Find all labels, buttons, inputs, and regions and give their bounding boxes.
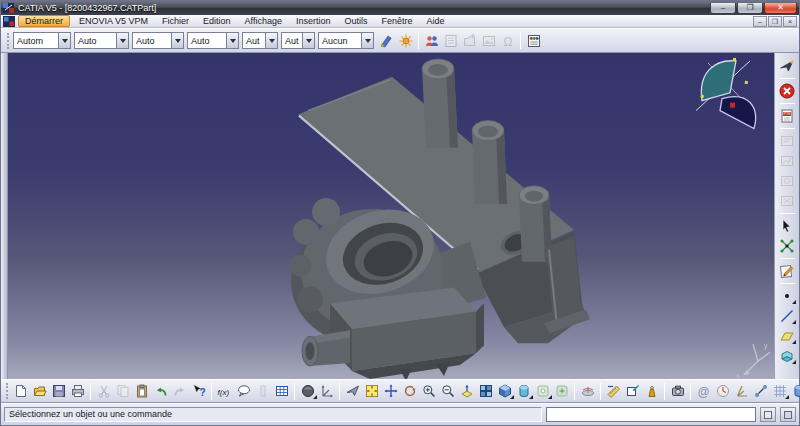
quick-print-icon[interactable] <box>669 382 687 400</box>
pts-document-icon[interactable]: PTS <box>778 107 796 125</box>
sketcher-icon[interactable] <box>778 262 796 280</box>
render-style-dropdown[interactable]: Aut <box>281 32 315 49</box>
svg-text:Ω: Ω <box>503 34 512 48</box>
menu-edition[interactable]: Edition <box>196 15 238 27</box>
graphic-properties-wizard-icon[interactable] <box>378 32 396 50</box>
rotate-icon[interactable] <box>401 382 419 400</box>
fit-all-in-icon[interactable] <box>363 382 381 400</box>
fly-icon[interactable] <box>344 382 362 400</box>
fly-mode-icon[interactable] <box>778 57 796 75</box>
placeholder-1-icon[interactable] <box>778 132 796 150</box>
whats-this-icon[interactable]: ? <box>190 382 208 400</box>
check-icon[interactable] <box>254 382 272 400</box>
redo-icon[interactable] <box>171 382 189 400</box>
paste-icon[interactable] <box>133 382 151 400</box>
normal-view-icon[interactable] <box>458 382 476 400</box>
exit-workbench-icon[interactable] <box>778 82 796 100</box>
turntable-icon[interactable] <box>579 382 597 400</box>
design-table-icon[interactable] <box>273 382 291 400</box>
grid-icon[interactable] <box>771 382 789 400</box>
placeholder-4-icon[interactable] <box>778 192 796 210</box>
menu-insertion[interactable]: Insertion <box>289 15 338 27</box>
menu-affichage[interactable]: Affichage <box>238 15 289 27</box>
command-history-button[interactable] <box>760 407 776 422</box>
annotation-icon[interactable] <box>235 382 253 400</box>
image-capture-icon[interactable] <box>480 32 498 50</box>
point-icon[interactable] <box>778 287 796 305</box>
placeholder-2-icon[interactable] <box>778 152 796 170</box>
layer-dropdown[interactable]: Aucun <box>318 32 374 49</box>
select-cursor-icon[interactable] <box>778 217 796 235</box>
cut-icon[interactable] <box>95 382 113 400</box>
compass[interactable]: z <box>696 58 756 129</box>
child-restore-button[interactable]: ❐ <box>768 16 782 27</box>
constraints-icon[interactable] <box>752 382 770 400</box>
catalog-browser-icon[interactable] <box>525 32 543 50</box>
fill-color-dropdown[interactable]: Autom <box>13 32 71 49</box>
child-minimize-button[interactable]: – <box>753 16 767 27</box>
titlebar[interactable]: CATIA V5 - [8200432967.CATPart] – ❐ ✕ <box>1 1 799 15</box>
menu-aide[interactable]: Aide <box>420 15 452 27</box>
zoom-out-icon[interactable] <box>439 382 457 400</box>
print-icon[interactable] <box>69 382 87 400</box>
toolbar-grip[interactable] <box>7 33 10 49</box>
menu-demarrer[interactable]: Démarrer <box>18 15 70 27</box>
menu-fenetre[interactable]: Fenêtre <box>375 15 420 27</box>
measure-inertia-icon[interactable] <box>643 382 661 400</box>
properties-sheet-icon[interactable] <box>442 32 460 50</box>
viewport-3d[interactable]: z x y <box>8 53 774 379</box>
formula-icon[interactable]: f(x) <box>216 382 234 400</box>
doc-window-button[interactable] <box>780 407 796 422</box>
multi-view-icon[interactable] <box>477 382 495 400</box>
hide-show-icon[interactable] <box>534 382 552 400</box>
apply-material-icon[interactable] <box>299 382 317 400</box>
close-button[interactable]: ✕ <box>764 3 797 14</box>
team-pdm-icon[interactable] <box>423 32 441 50</box>
open-icon[interactable] <box>31 382 49 400</box>
axis-systems-icon[interactable] <box>318 382 336 400</box>
placeholder-3-icon[interactable] <box>778 172 796 190</box>
swap-visible-icon[interactable] <box>553 382 571 400</box>
child-close-button[interactable]: × <box>783 16 797 27</box>
menu-outils[interactable]: Outils <box>338 15 375 27</box>
save-icon[interactable] <box>50 382 68 400</box>
catia-window: CATIA V5 - [8200432967.CATPart] – ❐ ✕ Dé… <box>0 0 800 426</box>
line-width-dropdown[interactable]: Auto <box>187 32 239 49</box>
exchange-icon[interactable] <box>790 382 800 400</box>
multi-result-icon[interactable] <box>778 237 796 255</box>
line-icon[interactable] <box>778 307 796 325</box>
measure-item-icon[interactable] <box>624 382 642 400</box>
open-in-enovia-icon[interactable] <box>461 32 479 50</box>
svg-text:f(x): f(x) <box>217 388 229 397</box>
axis-triad: x y <box>736 342 770 379</box>
shading-icon[interactable] <box>515 382 533 400</box>
undo-icon[interactable] <box>152 382 170 400</box>
menu-enovia-v5-vpm[interactable]: ENOVIA V5 VPM <box>72 15 155 27</box>
toolbar-grip[interactable] <box>6 383 8 399</box>
maximize-button[interactable]: ❐ <box>737 3 763 14</box>
omega-icon[interactable]: Ω <box>499 32 517 50</box>
spiral-icon[interactable]: @ <box>695 382 713 400</box>
new-document-icon[interactable] <box>12 382 30 400</box>
compass-origin-handle[interactable] <box>730 103 735 108</box>
pad-icon[interactable] <box>778 347 796 365</box>
clock-icon[interactable] <box>714 382 732 400</box>
light-sources-icon[interactable] <box>397 32 415 50</box>
axis-system-icon[interactable] <box>733 382 751 400</box>
copy-icon[interactable] <box>114 382 132 400</box>
pan-icon[interactable] <box>382 382 400 400</box>
graphic-properties-toolbar: Autom Auto Auto Auto Aut Aut Aucun Ω <box>1 28 799 53</box>
zoom-in-icon[interactable] <box>420 382 438 400</box>
point-symbol-dropdown[interactable]: Aut <box>242 32 278 49</box>
menu-fichier[interactable]: Fichier <box>155 15 196 27</box>
main-area: z x y PTS <box>1 53 799 379</box>
minimize-button[interactable]: – <box>710 3 736 14</box>
statusbar: Sélectionnez un objet ou une commande <box>1 403 799 425</box>
part-model[interactable] <box>289 59 590 379</box>
line-type-dropdown[interactable]: Auto <box>132 32 184 49</box>
iso-view-icon[interactable] <box>496 382 514 400</box>
measure-between-icon[interactable] <box>605 382 623 400</box>
opacity-dropdown[interactable]: Auto <box>74 32 129 49</box>
plane-icon[interactable] <box>778 327 796 345</box>
command-input[interactable] <box>546 407 756 422</box>
